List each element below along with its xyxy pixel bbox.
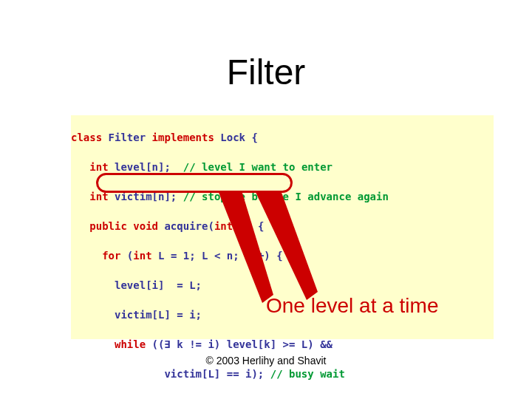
slide-title: Filter	[0, 52, 532, 92]
code-line-2: int level[n]; // level I want to enter	[71, 160, 494, 174]
code-line-10: }}	[71, 396, 494, 399]
kw-implements: implements	[152, 132, 214, 143]
kw-public-void: public void	[71, 220, 158, 232]
kw-while: while	[71, 338, 146, 350]
highlight-for-loop	[96, 173, 293, 193]
comment: // level I want to enter	[183, 161, 332, 173]
code-line-1: class Filter implements Lock {	[71, 130, 494, 145]
kw-int: int	[71, 161, 109, 173]
annotation-text: One level at a time	[266, 294, 438, 318]
copyright-footer: © 2003 Herlihy and Shavit	[0, 355, 532, 366]
code-line-5: for (int L = 1; L < n; L++) {	[71, 248, 494, 263]
kw-class: class	[71, 132, 102, 143]
code-line-8: while ((∃ k != i) level[k] >= L) &&	[71, 337, 494, 352]
kw-int: int	[133, 250, 151, 262]
comment: // busy wait	[270, 368, 345, 380]
code-line-6: level[i] = L;	[71, 278, 494, 293]
code-line-9: victim[L] == i); // busy wait	[71, 366, 494, 381]
kw-for: for	[71, 250, 120, 262]
code-line-4: public void acquire(int i) {	[71, 219, 494, 233]
kw-int: int	[214, 220, 233, 232]
